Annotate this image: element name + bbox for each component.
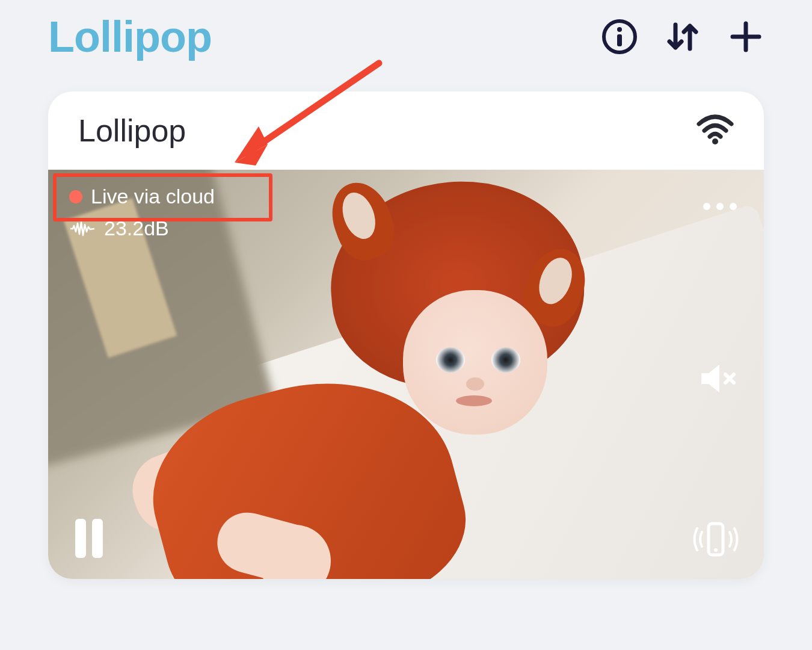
live-status: Live via cloud [69, 185, 215, 208]
sound-level: 23.2dB [69, 217, 215, 240]
mute-button[interactable] [699, 362, 740, 397]
more-icon [703, 203, 737, 210]
vibrate-button[interactable] [692, 520, 740, 561]
svg-point-3 [712, 138, 718, 144]
svg-point-5 [714, 548, 718, 552]
header-actions [601, 19, 764, 55]
pause-button[interactable] [75, 519, 103, 558]
svg-rect-2 [617, 34, 622, 46]
live-status-text: Live via cloud [91, 185, 215, 208]
sort-arrows-icon [665, 19, 701, 55]
wifi-icon [697, 114, 734, 147]
app-header: Lollipop [48, 12, 764, 61]
live-indicator-dot [69, 190, 82, 203]
waveform-icon [69, 221, 96, 237]
sort-button[interactable] [665, 19, 701, 55]
video-feed[interactable]: Live via cloud 23.2dB [48, 170, 764, 579]
camera-name: Lollipop [78, 113, 186, 149]
speaker-muted-icon [699, 362, 740, 395]
info-icon [601, 19, 638, 55]
plus-icon [728, 19, 764, 55]
phone-vibrate-icon [692, 520, 740, 559]
db-value: 23.2dB [104, 217, 169, 240]
card-header: Lollipop [48, 91, 764, 170]
camera-card: Lollipop Live v [48, 91, 764, 579]
info-button[interactable] [601, 19, 638, 55]
video-status-overlay: Live via cloud 23.2dB [69, 185, 215, 240]
app-title: Lollipop [48, 12, 212, 61]
svg-point-1 [617, 27, 622, 32]
video-content [403, 290, 547, 435]
video-menu-button[interactable] [703, 203, 737, 210]
pause-icon [75, 519, 103, 558]
add-button[interactable] [728, 19, 764, 55]
